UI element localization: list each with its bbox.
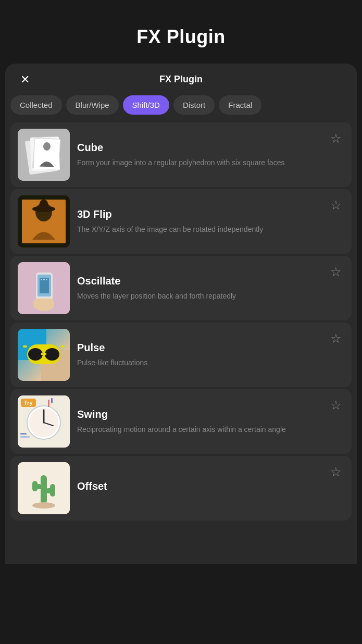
star-button-pulse[interactable]: ☆ — [328, 329, 344, 349]
tab-fractal[interactable]: Fractal — [219, 95, 261, 115]
plugin-thumb-3dflip — [18, 195, 70, 247]
plugin-name-swing: Swing — [77, 408, 320, 420]
star-button-swing[interactable]: ☆ — [328, 395, 344, 415]
svg-rect-18 — [33, 299, 54, 308]
star-button-cube[interactable]: ☆ — [328, 129, 344, 148]
tab-distort[interactable]: Distort — [173, 95, 215, 115]
svg-rect-24 — [41, 353, 46, 355]
plugin-card-3dflip[interactable]: 3D Flip The X/Y/Z axis of the image can … — [10, 189, 352, 254]
plugin-info-cube: Cube Form your image into a regular poly… — [77, 142, 320, 168]
plugin-card-swing[interactable]: Try Swing Reciprocating motion around a … — [10, 389, 352, 454]
modal-title: FX Plugin — [159, 74, 203, 85]
modal-container: ✕ FX Plugin Collected Blur/Wipe Shift/3D… — [5, 64, 357, 564]
modal-header: ✕ FX Plugin — [5, 64, 357, 93]
plugins-list: Cube Form your image into a regular poly… — [5, 122, 357, 521]
svg-rect-41 — [50, 484, 55, 497]
plugin-name-cube: Cube — [77, 142, 320, 154]
plugin-info-oscillate: Oscillate Moves the layer position back … — [77, 275, 320, 302]
plugin-card-cube[interactable]: Cube Form your image into a regular poly… — [10, 122, 352, 187]
svg-rect-9 — [40, 200, 48, 210]
svg-rect-15 — [43, 279, 45, 280]
star-button-3dflip[interactable]: ☆ — [328, 195, 344, 215]
svg-rect-26 — [60, 345, 65, 348]
plugin-thumb-pulse — [18, 329, 70, 381]
plugin-thumb-swing: Try — [18, 395, 70, 448]
star-button-offset[interactable]: ☆ — [328, 462, 344, 482]
plugin-desc-pulse: Pulse-like fluctuations — [77, 358, 320, 368]
plugin-card-pulse[interactable]: Pulse Pulse-like fluctuations ☆ — [10, 323, 352, 387]
plugin-info-swing: Swing Reciprocating motion around a cert… — [77, 408, 320, 435]
svg-rect-37 — [41, 475, 47, 504]
close-button[interactable]: ✕ — [16, 70, 34, 89]
app-title: FX Plugin — [0, 0, 362, 64]
plugin-info-offset: Offset — [77, 480, 320, 497]
svg-point-42 — [32, 502, 55, 509]
svg-rect-25 — [23, 345, 27, 348]
plugin-desc-3dflip: The X/Y/Z axis of the image can be rotat… — [77, 225, 320, 235]
tabs-container: Collected Blur/Wipe Shift/3D Distort Fra… — [5, 93, 357, 122]
plugin-desc-oscillate: Moves the layer position back and forth … — [77, 291, 320, 302]
plugin-card-offset[interactable]: Offset ☆ — [10, 456, 352, 521]
plugin-thumb-oscillate — [18, 262, 70, 314]
plugin-desc-swing: Reciprocating motion around a certain ax… — [77, 425, 320, 435]
tab-collected[interactable]: Collected — [10, 95, 62, 115]
plugin-name-offset: Offset — [77, 480, 320, 492]
svg-rect-33 — [20, 436, 30, 438]
svg-point-22 — [28, 348, 43, 361]
plugin-name-oscillate: Oscillate — [77, 275, 320, 287]
plugin-desc-cube: Form your image into a regular polyhedro… — [77, 158, 320, 168]
svg-rect-14 — [41, 279, 42, 280]
tab-blur-wipe[interactable]: Blur/Wipe — [66, 95, 119, 115]
plugin-card-oscillate[interactable]: Oscillate Moves the layer position back … — [10, 256, 352, 320]
try-badge-swing: Try — [21, 399, 36, 407]
star-button-oscillate[interactable]: ☆ — [328, 262, 344, 282]
plugin-name-3dflip: 3D Flip — [77, 208, 320, 220]
svg-rect-35 — [51, 398, 53, 403]
svg-rect-39 — [32, 481, 38, 491]
plugin-info-3dflip: 3D Flip The X/Y/Z axis of the image can … — [77, 208, 320, 235]
svg-point-23 — [45, 348, 59, 361]
plugin-thumb-offset — [18, 462, 70, 514]
tab-shift-3d[interactable]: Shift/3D — [123, 95, 169, 115]
plugin-name-pulse: Pulse — [77, 342, 320, 354]
svg-rect-34 — [48, 400, 49, 407]
plugin-thumb-cube — [18, 129, 70, 181]
plugin-info-pulse: Pulse Pulse-like fluctuations — [77, 342, 320, 368]
svg-rect-16 — [46, 279, 47, 280]
svg-rect-32 — [20, 433, 27, 435]
